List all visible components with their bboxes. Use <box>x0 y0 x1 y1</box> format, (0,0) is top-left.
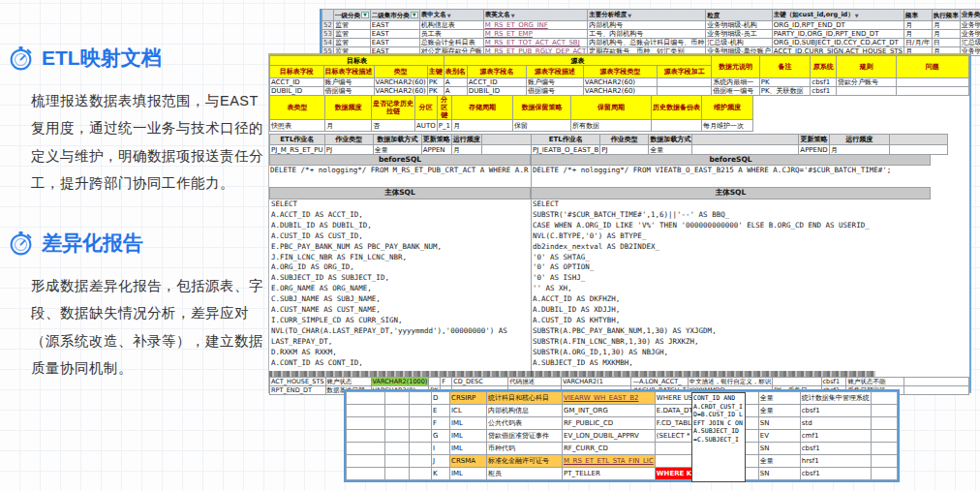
cell <box>385 417 410 430</box>
cell <box>410 455 432 468</box>
table-row: ACT_HOUSE_STS账户状态VARCHAR2(1000)FCD_DESC代… <box>270 378 969 386</box>
cell <box>871 392 897 405</box>
dropdown-icon[interactable]: ▼ <box>628 12 631 19</box>
col-header: 数据元说明 <box>712 56 760 78</box>
cell: VARCHAR2(1000) <box>371 378 429 386</box>
cell: 分区键 <box>437 96 451 120</box>
cell: 业务明细级-员工 <box>960 30 980 39</box>
cell: 月 <box>451 145 481 155</box>
table-row: 53监管EAST员工表M_RS_ET_EMP工号、内部机构号业务明细级-员工PA… <box>322 30 980 39</box>
col-header: 主键（如cust_id,org_id）▼ <box>772 10 903 21</box>
col-header-label: 频率 <box>905 12 918 19</box>
cell <box>347 417 385 430</box>
cell: ACCT_ID <box>467 78 526 87</box>
cell: IML <box>450 417 487 430</box>
cell: APPEN <box>421 145 451 155</box>
etl-job-table-right: ETL作业名作业类型数据加载方式更新策略运行频度 PJ_IEATB_O_EAST… <box>531 134 948 155</box>
col-header: 一级分类▼ <box>333 10 370 21</box>
cell: PK <box>759 78 811 87</box>
cell: 账户编号 <box>323 78 374 87</box>
cell: IML <box>450 430 487 443</box>
cell: EAST <box>370 39 419 47</box>
cell: 员工表 <box>419 30 483 39</box>
filter-icon[interactable]: ▼ <box>411 12 418 18</box>
cell: 币种代码 <box>487 443 563 455</box>
section-etl-mapping: ETL映射文档 梳理报送数据表填报范围，与EAST复用度，通过统一业务与技术口径… <box>8 45 265 197</box>
cell: 全量 <box>758 455 800 468</box>
cell: PK、关联数据 <box>759 87 811 96</box>
etl-header-row: ETL作业名作业类型数据加载方式更新策略运行频度 <box>532 135 948 145</box>
cell: 业务明细级-机构 <box>706 21 773 30</box>
field-mapping-table: 目标表 源表 数据元说明 备注 原系统 规则 问题 目标表字段目标表字段描述类型… <box>269 55 969 96</box>
table-row: 54监管EAST总账会计全科目表M_RS_ET_TOT_ACT_ACT_SBJ内… <box>322 39 980 47</box>
cell: 贷款借据准贷证事件 <box>487 430 563 443</box>
join-condition-popup: CONT_ID AND A.CRDT_CUST_ID=B.CUST_ID LEF… <box>691 392 746 482</box>
cell: PJ_M_RS_ET_PU <box>270 145 325 155</box>
cell: cbsf1 <box>800 405 871 417</box>
main-sql-band-left: 主体SQL <box>269 187 531 199</box>
cell: 源表字段加工 <box>658 66 712 78</box>
cell: AUTO <box>415 120 438 132</box>
col-header: 二级集市分类▼ <box>370 10 419 21</box>
cell: 表类型 <box>270 96 325 120</box>
cell: 内部机构号、总账会计科目编号、币种 <box>588 39 706 47</box>
col-header-label: 粒度 <box>707 12 720 19</box>
cell: 全量 <box>758 405 800 417</box>
cell: PK <box>427 78 444 87</box>
cell: VARCHAR2(1 <box>561 378 630 386</box>
cell: M_RS_ET_EMP <box>483 30 588 39</box>
cell: RF_PUBLIC_CD <box>563 417 656 430</box>
cell: 月 <box>932 30 960 39</box>
table-inventory-screenshot: 一级分类▼ 二级集市分类▼ 表中文名▼ 表英文名▼ 主要分析维度▼ 粒度 主键（… <box>320 9 980 56</box>
main-sql-text-right: SELECT SUBSTR('#$CUR_BATCH_TIME#',1,6)||… <box>533 199 924 370</box>
cell: hrsf1 <box>800 455 871 468</box>
cell: ACT_HOUSE_STS <box>270 378 326 386</box>
cell: A <box>444 78 467 87</box>
col-header-label: 二级集市分类 <box>372 12 410 19</box>
dropdown-icon[interactable]: ▼ <box>447 12 451 19</box>
cell: 保留周期 <box>570 96 651 120</box>
cell: 作业类型 <box>324 135 373 145</box>
filter-icon[interactable]: ▼ <box>361 12 369 18</box>
cell: 中文描述，银行自定义，标识 <box>688 378 773 386</box>
column-divider <box>531 154 532 391</box>
cell <box>896 87 968 96</box>
cell: 全量 <box>649 145 692 155</box>
cell: 工号、内部机构号 <box>588 30 706 39</box>
cell: 更新策略 <box>799 135 829 145</box>
dropdown-icon[interactable]: ▼ <box>855 12 859 19</box>
cell: M_RS_ET_TOT_ACT_ACT_SBJ <box>483 39 588 47</box>
cell: SN <box>758 417 800 430</box>
cell: VIEARW_WH_EAST_B2 <box>563 392 656 405</box>
cell <box>385 405 410 417</box>
cell: 类型 <box>374 66 427 78</box>
cell: PJ_IEATB_O_EAST_B <box>532 145 600 155</box>
cell: 目标表字段 <box>270 66 324 78</box>
cell: M_RS_ET_ETL_STA_FIN_LIC <box>563 455 656 468</box>
dropdown-icon[interactable]: ▼ <box>511 12 515 19</box>
cell: EV <box>758 430 800 443</box>
cell: CD_DESC <box>452 378 508 386</box>
cell: 分区 <box>415 96 438 120</box>
cell: 作业类型 <box>600 135 649 145</box>
cell: 是否记录历史拉链 <box>372 96 415 120</box>
cell: 数据保留策略 <box>512 96 570 120</box>
cell: 维护频度 <box>701 96 752 120</box>
cell: RF_CURR_CD <box>563 443 656 455</box>
col-header: 规则 <box>837 56 897 78</box>
cell: cbsf1 <box>821 378 846 386</box>
cell: 每月维护一次 <box>701 120 752 132</box>
cell: 账户状态不能 <box>846 378 903 386</box>
cell <box>651 120 701 132</box>
cell: 标准化金融许可证号 <box>487 455 563 468</box>
inventory-header-row: 一级分类▼ 二级集市分类▼ 表中文名▼ 表英文名▼ 主要分析维度▼ 粒度 主键（… <box>322 10 980 21</box>
table-row: IIML币种代码RF_CURR_CDSNcbsf1 <box>347 443 898 455</box>
cell: 月 <box>325 120 372 132</box>
cell <box>658 78 712 87</box>
cell <box>871 443 897 455</box>
cell: CRSMA <box>450 455 487 468</box>
col-header-label: 一级分类 <box>335 12 360 19</box>
table-row: PJ_IEATB_O_EAST_BPJ全量APPEND月 <box>532 145 948 155</box>
cell: 运行频度 <box>829 135 889 145</box>
cell: 运行频度 <box>451 135 481 145</box>
